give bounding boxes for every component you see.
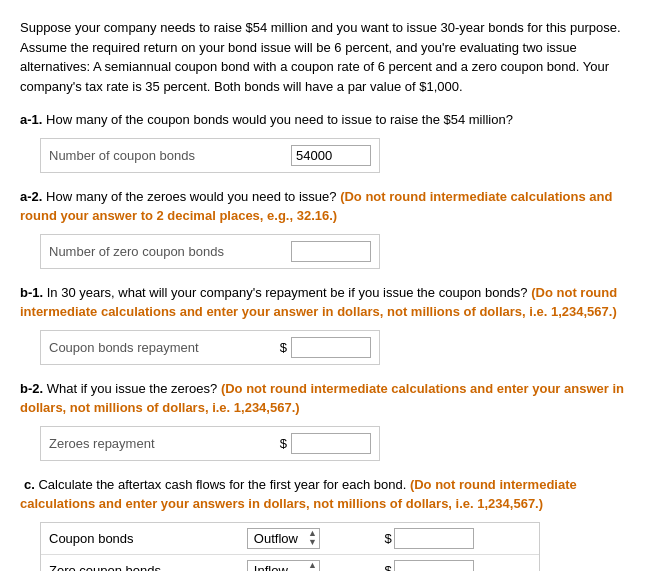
question-c-text: Calculate the aftertax cash flows for th…: [35, 477, 406, 492]
intro-paragraph: Suppose your company needs to raise $54 …: [20, 18, 645, 96]
question-b1-input-label: Coupon bonds repayment: [49, 340, 280, 355]
question-c: c. Calculate the aftertax cash flows for…: [20, 475, 645, 572]
coupon-bonds-input-group: $: [384, 528, 531, 549]
zero-coupon-bonds-select[interactable]: Outflow Inflow: [247, 560, 320, 572]
question-a1-input-label: Number of coupon bonds: [49, 148, 291, 163]
question-a1-text: How many of the coupon bonds would you n…: [42, 112, 512, 127]
question-a1-prefix: a-1.: [20, 112, 42, 127]
question-a1-label: a-1. How many of the coupon bonds would …: [20, 110, 645, 130]
question-b2: b-2. What if you issue the zeroes? (Do n…: [20, 379, 645, 461]
question-a1-input-row: Number of coupon bonds 54000: [40, 138, 380, 173]
question-b2-dollar: $: [280, 436, 287, 451]
zero-coupon-bonds-input[interactable]: [394, 560, 474, 572]
question-b2-text: What if you issue the zeroes?: [43, 381, 217, 396]
question-a2-label: a-2. How many of the zeroes would you ne…: [20, 187, 645, 226]
coupon-bonds-dollar-sign: $: [384, 531, 391, 546]
table-row: Coupon bonds Outflow Inflow ▲▼ $: [41, 523, 539, 555]
question-a2-input-row: Number of zero coupon bonds: [40, 234, 380, 269]
question-a2: a-2. How many of the zeroes would you ne…: [20, 187, 645, 269]
question-b1-label: b-1. In 30 years, what will your company…: [20, 283, 645, 322]
question-b1-prefix: b-1.: [20, 285, 43, 300]
coupon-bonds-input[interactable]: [394, 528, 474, 549]
table-row: Zero coupon bonds Outflow Inflow ▲▼ $: [41, 554, 539, 571]
zero-coupon-bonds-label: Zero coupon bonds: [41, 554, 239, 571]
zero-coupon-bonds-select-cell: Outflow Inflow ▲▼: [239, 554, 377, 571]
question-c-label: c. Calculate the aftertax cash flows for…: [20, 475, 645, 514]
zero-coupon-bonds-input-group: $: [384, 560, 531, 572]
question-b2-input[interactable]: [291, 433, 371, 454]
question-b1-input-row: Coupon bonds repayment $: [40, 330, 380, 365]
question-a1-input[interactable]: 54000: [291, 145, 371, 166]
coupon-bonds-label: Coupon bonds: [41, 523, 239, 555]
cashflow-table: Coupon bonds Outflow Inflow ▲▼ $: [41, 523, 539, 572]
question-b2-input-label: Zeroes repayment: [49, 436, 280, 451]
question-c-prefix: c.: [20, 477, 35, 492]
question-c-table: Coupon bonds Outflow Inflow ▲▼ $: [40, 522, 540, 572]
question-a1: a-1. How many of the coupon bonds would …: [20, 110, 645, 173]
question-b2-input-row: Zeroes repayment $: [40, 426, 380, 461]
question-a2-input[interactable]: [291, 241, 371, 262]
question-b1-text: In 30 years, what will your company's re…: [43, 285, 527, 300]
question-a2-prefix: a-2.: [20, 189, 42, 204]
zero-coupon-bonds-select-wrapper[interactable]: Outflow Inflow ▲▼: [247, 560, 320, 572]
coupon-bonds-dollar-cell: $: [376, 523, 539, 555]
question-a2-text: How many of the zeroes would you need to…: [42, 189, 336, 204]
question-b1: b-1. In 30 years, what will your company…: [20, 283, 645, 365]
question-b1-input[interactable]: [291, 337, 371, 358]
coupon-bonds-select-wrapper[interactable]: Outflow Inflow ▲▼: [247, 528, 320, 549]
question-b2-prefix: b-2.: [20, 381, 43, 396]
coupon-bonds-select[interactable]: Outflow Inflow: [247, 528, 320, 549]
question-b1-dollar: $: [280, 340, 287, 355]
zero-coupon-bonds-dollar-cell: $: [376, 554, 539, 571]
zero-coupon-bonds-dollar-sign: $: [384, 563, 391, 572]
coupon-bonds-select-cell: Outflow Inflow ▲▼: [239, 523, 377, 555]
question-a2-input-label: Number of zero coupon bonds: [49, 244, 291, 259]
question-b2-label: b-2. What if you issue the zeroes? (Do n…: [20, 379, 645, 418]
